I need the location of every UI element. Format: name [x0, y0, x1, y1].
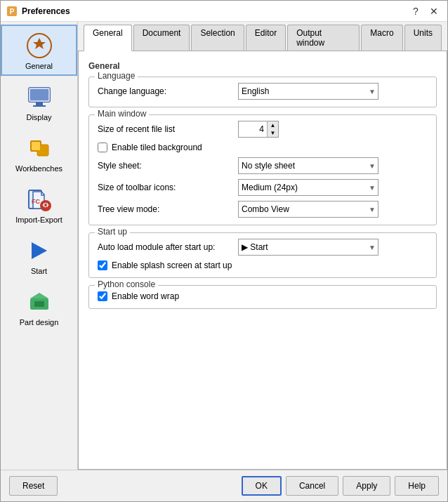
enable-word-wrap-checkbox[interactable] [98, 291, 107, 301]
sidebar-item-start[interactable]: Start [1, 230, 77, 281]
preferences-window: P Preferences ? ✕ General [0, 0, 448, 502]
main-window-group: Main window Size of recent file list ▲ ▼ [88, 114, 437, 225]
tab-selection[interactable]: Selection [191, 25, 244, 51]
recent-file-input[interactable] [239, 121, 267, 137]
section-general-label: General [88, 61, 437, 71]
style-sheet-row: Style sheet: No style sheet Light Dark ▼ [98, 157, 428, 174]
tab-general[interactable]: General [84, 25, 132, 51]
tree-view-control: Combo View Tree and Properties View Tree… [238, 201, 428, 218]
svg-rect-18 [34, 301, 44, 307]
toolbar-icons-label: Size of toolbar icons: [98, 183, 238, 192]
sidebar-item-workbenches[interactable]: Workbenches [1, 127, 77, 178]
sidebar-item-general[interactable]: General [1, 25, 77, 76]
auto-load-select[interactable]: ▶ Start None [238, 239, 378, 256]
enable-tiled-label: Enable tiled background [112, 143, 202, 152]
spinner-up-btn[interactable]: ▲ [267, 121, 278, 129]
window-title: Preferences [22, 6, 408, 16]
tab-bar: General Document Selection Editor Output… [78, 22, 447, 51]
sidebar-label-general: General [25, 62, 53, 70]
bottom-bar: Reset OK Cancel Apply Help [1, 470, 447, 501]
svg-text:P: P [10, 8, 15, 15]
sidebar-item-import-export[interactable]: FC Import-Export [1, 178, 77, 230]
display-icon [25, 83, 53, 111]
svg-point-14 [44, 204, 47, 206]
tree-view-row: Tree view mode: Combo View Tree and Prop… [98, 201, 428, 218]
reset-button[interactable]: Reset [9, 476, 58, 496]
ok-button[interactable]: OK [242, 476, 282, 496]
language-group-title: Language [95, 71, 138, 81]
recent-file-label: Size of recent file list [98, 124, 238, 134]
sidebar-label-display: Display [26, 113, 51, 121]
enable-word-wrap-label: Enable word wrap [112, 291, 179, 301]
recent-file-spinner: ▲ ▼ [238, 121, 279, 138]
toolbar-icons-control: Small (16px) Medium (24px) Large (32px) … [238, 179, 428, 196]
sidebar-label-partdesign: Part design [20, 318, 59, 326]
tab-editor[interactable]: Editor [246, 25, 286, 51]
help-button-bottom[interactable]: Help [395, 476, 439, 496]
change-language-row: Change language: English Deutsch Françai… [98, 83, 428, 100]
workbenches-icon [25, 134, 53, 162]
tree-view-label: Tree view mode: [98, 204, 238, 214]
sidebar-item-partdesign[interactable]: Part design [1, 281, 77, 332]
main-window-group-title: Main window [95, 109, 149, 119]
style-sheet-select-wrapper: No style sheet Light Dark ▼ [238, 157, 378, 174]
startup-group-title: Start up [95, 227, 130, 237]
app-icon: P [6, 6, 18, 17]
tab-content: General Language Change language: Englis… [78, 51, 447, 470]
svg-rect-6 [33, 105, 46, 107]
tab-macro[interactable]: Macro [361, 25, 402, 51]
sidebar-label-start: Start [31, 267, 47, 275]
language-select-wrapper: English Deutsch Français Español ▼ [238, 83, 378, 100]
recent-file-row: Size of recent file list ▲ ▼ [98, 121, 428, 138]
tree-view-select-wrapper: Combo View Tree and Properties View Tree… [238, 201, 378, 218]
language-group: Language Change language: English Deutsc… [88, 77, 437, 107]
svg-text:FC: FC [32, 198, 40, 205]
sidebar-label-import-export: Import-Export [15, 216, 62, 224]
partdesign-icon [25, 288, 53, 316]
main-content: General Display [1, 22, 447, 470]
language-select[interactable]: English Deutsch Français Español [238, 83, 378, 100]
enable-splash-label: Enable splash screen at start up [112, 260, 232, 270]
svg-marker-15 [32, 242, 47, 259]
startup-group: Start up Auto load module after start up… [88, 232, 437, 278]
general-icon [25, 32, 53, 60]
svg-marker-17 [30, 293, 48, 298]
window-controls: ? ✕ [408, 4, 442, 19]
start-icon [25, 237, 53, 265]
change-language-control: English Deutsch Français Español ▼ [238, 83, 428, 100]
toolbar-icons-select-wrapper: Small (16px) Medium (24px) Large (32px) … [238, 179, 378, 196]
enable-splash-row: Enable splash screen at start up [98, 260, 428, 270]
sidebar-label-workbenches: Workbenches [15, 164, 62, 173]
auto-load-select-wrapper: ▶ Start None ▼ [238, 239, 378, 256]
sidebar: General Display [1, 22, 78, 470]
tab-output-window[interactable]: Output window [287, 25, 360, 51]
tab-units[interactable]: Units [404, 25, 442, 51]
import-export-icon: FC [25, 185, 53, 213]
svg-rect-5 [36, 102, 43, 105]
auto-load-control: ▶ Start None ▼ [238, 239, 428, 256]
style-sheet-control: No style sheet Light Dark ▼ [238, 157, 428, 174]
python-console-group-title: Python console [95, 279, 158, 289]
spinner-down-btn[interactable]: ▼ [267, 129, 278, 137]
auto-load-row: Auto load module after start up: ▶ Start… [98, 239, 428, 256]
python-console-group: Python console Enable word wrap [88, 285, 437, 309]
toolbar-icons-select[interactable]: Small (16px) Medium (24px) Large (32px) [238, 179, 378, 196]
style-sheet-select[interactable]: No style sheet Light Dark [238, 157, 378, 174]
auto-load-label: Auto load module after start up: [98, 242, 238, 252]
svg-rect-10 [32, 142, 40, 150]
tab-document[interactable]: Document [133, 25, 190, 51]
cancel-button[interactable]: Cancel [286, 476, 338, 496]
close-button[interactable]: ✕ [426, 4, 442, 19]
enable-tiled-checkbox[interactable] [98, 143, 107, 152]
enable-tiled-row: Enable tiled background [98, 143, 428, 152]
svg-rect-7 [30, 89, 48, 100]
apply-button[interactable]: Apply [343, 476, 390, 496]
sidebar-item-display[interactable]: Display [1, 76, 77, 127]
enable-splash-checkbox[interactable] [98, 260, 107, 270]
tab-panel: General Document Selection Editor Output… [78, 22, 447, 470]
tree-view-select[interactable]: Combo View Tree and Properties View Tree… [238, 201, 378, 218]
help-button[interactable]: ? [408, 4, 423, 19]
recent-file-control: ▲ ▼ [238, 121, 428, 138]
spinner-buttons: ▲ ▼ [267, 121, 278, 137]
style-sheet-label: Style sheet: [98, 161, 238, 171]
